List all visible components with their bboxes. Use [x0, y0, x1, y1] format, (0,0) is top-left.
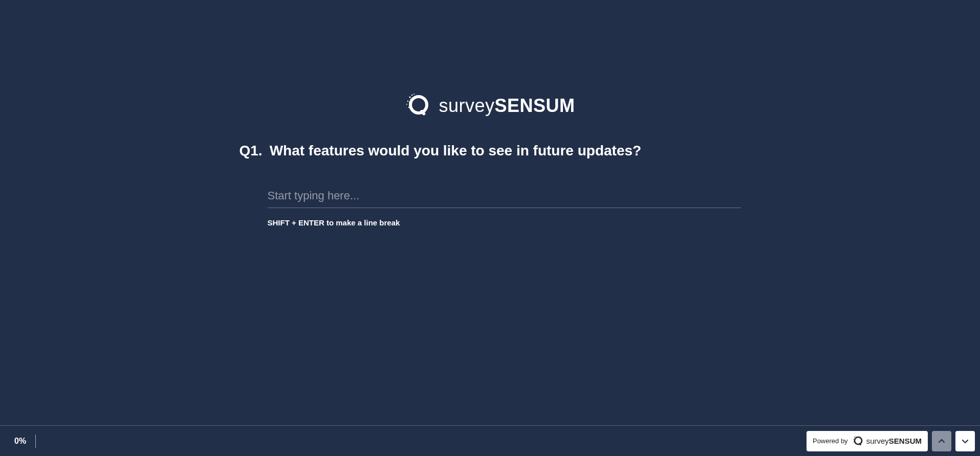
question-block: Q1. What features would you like to see …	[239, 143, 741, 227]
powered-by-logo-icon	[852, 435, 864, 447]
svg-point-7	[406, 104, 407, 105]
svg-point-11	[854, 437, 855, 438]
next-question-button[interactable]	[955, 431, 975, 451]
footer-right: Powered by surveySENSUM	[807, 431, 975, 451]
svg-point-12	[853, 439, 854, 439]
input-hint: SHIFT + ENTER to make a line break	[268, 218, 741, 227]
answer-area: SHIFT + ENTER to make a line break	[268, 187, 741, 227]
prev-question-button[interactable]	[932, 431, 951, 451]
svg-point-8	[410, 99, 411, 100]
progress-divider	[35, 435, 36, 448]
svg-point-9	[855, 437, 862, 444]
svg-point-5	[408, 107, 409, 108]
brand-logo-text: surveySENSUM	[439, 95, 575, 117]
progress-indicator: 0%	[14, 435, 36, 448]
chevron-down-icon	[961, 437, 969, 445]
brand-name-light: survey	[439, 95, 494, 116]
powered-by-label: Powered by	[813, 437, 848, 445]
powered-brand-light: survey	[866, 437, 889, 445]
powered-by-logo-text: surveySENSUM	[866, 437, 922, 445]
question-row: Q1. What features would you like to see …	[239, 143, 741, 159]
footer-bar: 0% Powered by surveySENSUM	[0, 425, 980, 456]
brand-name-bold: SENSUM	[495, 95, 575, 116]
svg-point-3	[407, 101, 408, 102]
main-content: surveySENSUM Q1. What features would you…	[0, 0, 980, 425]
chevron-up-icon	[938, 437, 946, 445]
svg-point-2	[409, 97, 411, 98]
powered-brand-bold: SENSUM	[889, 437, 922, 445]
brand-logo: surveySENSUM	[405, 92, 575, 120]
progress-text: 0%	[14, 437, 26, 446]
answer-input[interactable]	[268, 187, 741, 208]
svg-point-14	[854, 441, 854, 442]
powered-by-logo: surveySENSUM	[852, 435, 922, 447]
svg-point-0	[410, 97, 427, 113]
question-text: What features would you like to see in f…	[270, 143, 642, 159]
question-number: Q1.	[239, 143, 263, 159]
svg-point-13	[855, 436, 855, 437]
brand-logo-icon	[405, 92, 432, 120]
svg-point-6	[413, 94, 415, 95]
svg-point-4	[411, 95, 412, 96]
survey-page: surveySENSUM Q1. What features would you…	[0, 0, 980, 456]
powered-by-pill[interactable]: Powered by surveySENSUM	[807, 431, 928, 451]
